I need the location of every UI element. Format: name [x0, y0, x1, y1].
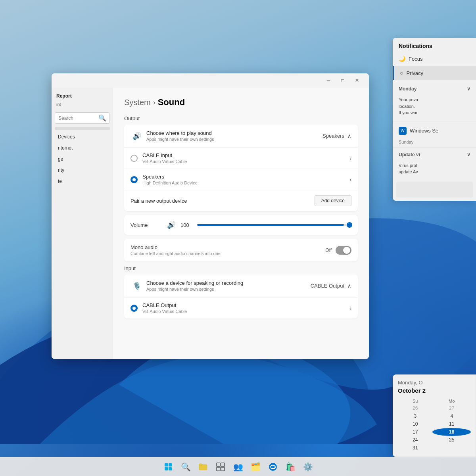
folder-taskbar-icon[interactable]: 🗂️ [248, 459, 263, 475]
sidebar-item-rity[interactable]: rity [53, 165, 111, 175]
cal-day-18[interactable]: 18 [432, 428, 471, 436]
volume-slider[interactable] [197, 224, 351, 226]
cable-input-row[interactable]: CABLE Input VB-Audio Virtual Cable › [124, 148, 358, 169]
speakers-radio-inner [132, 178, 136, 181]
start-button[interactable] [160, 459, 176, 475]
speakers-chevron: › [349, 177, 351, 183]
sunday-label: Sunday [393, 139, 476, 146]
breadcrumb-separator: › [153, 98, 155, 107]
microphone-icon: 🎙️ [131, 282, 143, 290]
update-label: Update vi [399, 152, 420, 157]
choose-sound-row[interactable]: 🔊 Choose where to play sound Apps might … [124, 125, 358, 148]
choose-recording-text: Choose a device for speaking or recordin… [143, 280, 311, 292]
update-chevron[interactable]: ∨ [467, 152, 470, 157]
cable-input-radio[interactable] [131, 155, 138, 162]
cal-day-17[interactable]: 17 [398, 428, 432, 436]
edge-taskbar-icon[interactable] [265, 459, 281, 475]
volume-thumb[interactable] [347, 222, 352, 228]
choose-sound-right: Speakers ∧ [322, 133, 351, 139]
cal-day-11[interactable]: 11 [432, 420, 471, 428]
cal-header-mo: Mo [432, 398, 471, 404]
settings-taskbar-icon[interactable]: ⚙️ [300, 459, 316, 475]
minimize-button[interactable]: ─ [321, 75, 336, 86]
cal-day-10[interactable]: 10 [398, 420, 432, 428]
cal-day-27[interactable]: 27 [432, 404, 471, 412]
sidebar-item-internet[interactable]: nternet [53, 143, 111, 153]
speakers-info: Speakers High Definition Audio Device [142, 174, 345, 185]
current-output-device: Speakers [322, 133, 344, 139]
window-content: Report int 🔍 Devices nternet ge rity te … [52, 88, 369, 359]
chevron-up-icon-input: ∧ [347, 283, 351, 289]
monday-label: Monday [399, 86, 416, 92]
chevron-up-icon: ∧ [347, 133, 351, 139]
explorer-svg [199, 463, 207, 471]
output-section-label: Output [124, 115, 358, 121]
cal-month: October 2 [398, 387, 471, 394]
cal-day-4[interactable]: 4 [432, 412, 471, 420]
calendar-grid: Su Mo 26 27 3 4 10 11 17 18 24 2 [398, 398, 471, 452]
main-content: System › Sound Output 🔊 Choose where to … [113, 88, 369, 359]
monday-section: Monday ∨ [393, 84, 476, 93]
notif-focus[interactable]: 🌙 Focus [393, 52, 476, 66]
current-input-device: CABLE Output [311, 283, 344, 289]
cable-input-sub: VB-Audio Virtual Cable [142, 159, 345, 164]
monday-chevron[interactable]: ∨ [467, 86, 470, 92]
cal-day-24[interactable]: 24 [398, 436, 432, 444]
speakers-row[interactable]: Speakers High Definition Audio Device › [124, 169, 358, 190]
update-section: Update vi ∨ [393, 150, 476, 159]
sidebar-item-devices[interactable]: Devices [53, 132, 111, 142]
cable-output-radio[interactable] [131, 305, 138, 312]
choose-recording-right: CABLE Output ∧ [311, 283, 351, 289]
speakers-name: Speakers [142, 174, 345, 180]
teams-taskbar-icon[interactable]: 👥 [230, 459, 246, 475]
cable-output-info: CABLE Output VB-Audio Virtual Cable [142, 302, 345, 314]
volume-number: 100 [180, 222, 192, 228]
choose-sound-subtitle: Apps might have their own settings [146, 137, 322, 142]
privacy-label: Privacy [406, 70, 423, 76]
taskbar: 🔍 👥 🗂️ 🛍️ ⚙️ [0, 457, 476, 476]
win-sq-2 [169, 463, 172, 466]
volume-icon: 🔊 [167, 221, 176, 229]
sidebar-search-box[interactable]: 🔍 [55, 112, 110, 124]
sidebar-report-label: Report [52, 91, 113, 101]
mono-row: Mono audio Combine left and right audio … [124, 239, 358, 261]
cal-month-label: October 2 [398, 387, 426, 394]
sidebar-item-te[interactable]: te [53, 176, 111, 186]
store-taskbar-icon[interactable]: 🛍️ [282, 459, 298, 475]
cable-output-radio-inner [132, 307, 136, 310]
cal-day-31[interactable]: 31 [398, 444, 432, 452]
speakers-radio[interactable] [131, 176, 138, 183]
volume-row: Volume 🔊 100 [124, 215, 358, 235]
choose-sound-title: Choose where to play sound [146, 130, 322, 136]
add-device-button[interactable]: Add device [315, 195, 351, 206]
multidesktop-taskbar-icon[interactable] [213, 459, 228, 475]
cal-day-25[interactable]: 25 [432, 436, 471, 444]
cable-output-name: CABLE Output [142, 302, 345, 308]
toggle-knob [343, 247, 350, 254]
file-explorer-taskbar-icon[interactable] [195, 459, 211, 475]
choose-recording-row[interactable]: 🎙️ Choose a device for speaking or recor… [124, 274, 358, 298]
notif-divider-3 [393, 148, 476, 148]
maximize-button[interactable]: □ [336, 75, 350, 86]
sidebar-item-ge[interactable]: ge [53, 154, 111, 164]
cable-output-row[interactable]: CABLE Output VB-Audio Virtual Cable › [124, 298, 358, 319]
windows-icon [165, 463, 172, 470]
choose-recording-subtitle: Apps might have their own settings [146, 287, 311, 292]
search-input[interactable] [58, 115, 98, 121]
mono-right: Off [325, 246, 351, 255]
win-sq-1 [165, 463, 168, 466]
mono-toggle[interactable] [336, 246, 351, 255]
search-taskbar-icon[interactable]: 🔍 [178, 459, 194, 475]
svg-point-7 [269, 463, 277, 471]
svg-rect-3 [217, 463, 220, 466]
cal-day-26[interactable]: 26 [398, 404, 432, 412]
update-bar [396, 182, 473, 198]
cal-day-3[interactable]: 3 [398, 412, 432, 420]
close-button[interactable]: ✕ [350, 75, 364, 86]
mono-title: Mono audio [131, 244, 325, 250]
input-section-label: Input [124, 265, 358, 271]
notif-windows-security[interactable]: W Windows Se [393, 123, 476, 139]
notif-privacy[interactable]: ○ Privacy [393, 66, 476, 80]
focus-label: Focus [409, 56, 422, 62]
sidebar-int-label: int [52, 101, 113, 109]
